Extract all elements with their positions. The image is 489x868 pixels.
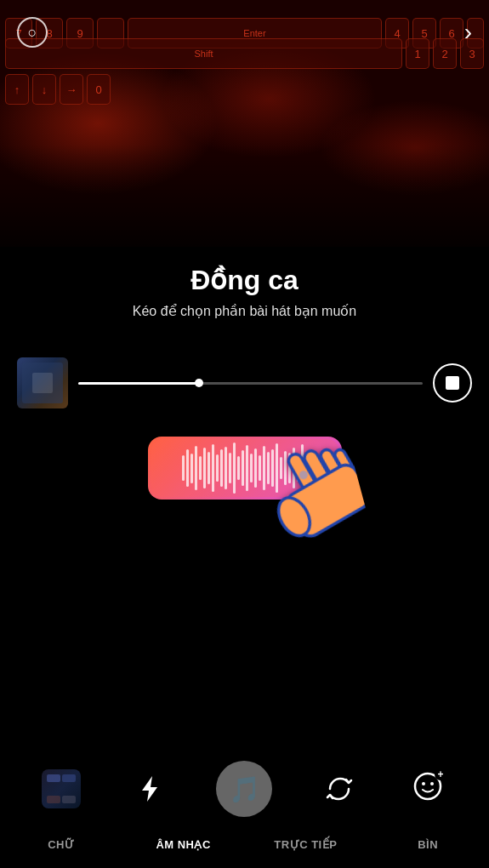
gallery-icon[interactable]: [40, 768, 82, 810]
face-effect-icon[interactable]: +: [407, 768, 449, 810]
progress-fill: [78, 382, 199, 385]
bottom-toolbar: 🎵 +: [0, 761, 489, 817]
song-title: Đồng ca: [0, 264, 489, 296]
track-row: [0, 357, 489, 408]
next-icon[interactable]: ›: [464, 19, 472, 46]
flash-icon[interactable]: [128, 768, 171, 810]
stop-button[interactable]: [433, 363, 472, 403]
song-subtitle: Kéo để chọn phần bài hát bạn muốn: [0, 303, 489, 319]
svg-point-9: [422, 782, 425, 785]
tab-chu[interactable]: CHỮ: [0, 820, 122, 868]
settings-icon[interactable]: ○: [17, 17, 48, 48]
title-section: Đồng ca Kéo để chọn phần bài hát bạn muố…: [0, 264, 489, 319]
svg-point-10: [430, 782, 434, 785]
top-bar: ○ ›: [0, 17, 489, 48]
tab-bin[interactable]: BÌN: [367, 820, 489, 868]
progress-bar[interactable]: [78, 382, 423, 385]
svg-marker-7: [142, 776, 157, 802]
progress-handle[interactable]: [195, 379, 203, 387]
music-button[interactable]: 🎵: [216, 761, 272, 817]
bottom-nav: CHỮ ÂM NHẠC TRỰC TIẾP BÌN: [0, 820, 489, 868]
waveform-section[interactable]: [0, 434, 489, 502]
tab-truc-tiep[interactable]: TRỰC TIẾP: [245, 820, 367, 868]
album-thumbnail: [17, 357, 68, 408]
tab-am-nhac[interactable]: ÂM NHẠC: [122, 820, 245, 868]
refresh-icon[interactable]: [318, 768, 361, 810]
stop-icon: [446, 376, 459, 390]
